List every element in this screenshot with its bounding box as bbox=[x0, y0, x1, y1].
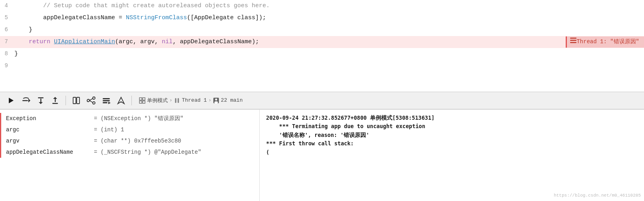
step-into-button[interactable] bbox=[34, 95, 47, 106]
svg-rect-21 bbox=[103, 102, 107, 103]
thread-badge: Thread 1: "错误原因" bbox=[566, 36, 644, 48]
code-line: 9 bbox=[0, 60, 644, 72]
connect-button[interactable] bbox=[84, 95, 98, 106]
toolbar-separator-1 bbox=[66, 96, 66, 105]
svg-rect-6 bbox=[38, 97, 44, 98]
log-line: *** First throw call stack: bbox=[266, 139, 638, 148]
variable-name: Exception bbox=[6, 115, 94, 122]
breadcrumb-person-label: 22 main bbox=[221, 97, 243, 103]
variables-panel: Exception= (NSException *) "错误原因"argc= (… bbox=[0, 110, 260, 201]
log-line: ( bbox=[266, 148, 638, 157]
svg-rect-12 bbox=[73, 97, 76, 104]
svg-rect-20 bbox=[103, 100, 110, 101]
grid-icon bbox=[139, 97, 145, 104]
svg-line-17 bbox=[89, 98, 93, 100]
bottom-panels: Exception= (NSException *) "错误原因"argc= (… bbox=[0, 109, 644, 201]
code-line: 8} bbox=[0, 48, 644, 60]
line-number: 4 bbox=[0, 2, 14, 10]
step-over-button[interactable] bbox=[19, 95, 33, 106]
person-icon bbox=[213, 97, 219, 104]
svg-rect-19 bbox=[103, 98, 110, 99]
code-line: 7 return UIApplicationMain(argc, argv, n… bbox=[0, 36, 644, 48]
svg-rect-28 bbox=[175, 98, 177, 103]
line-number: 8 bbox=[0, 50, 14, 58]
url-watermark: https://blog.csdn.net/m0_46110285 bbox=[554, 192, 641, 199]
breadcrumb-thread-label: Thread 1 bbox=[182, 97, 207, 103]
log-line: 2020-09-24 21:27:32.852677+0800 单例模式[530… bbox=[266, 114, 638, 123]
variable-row: argv= (char **) 0x7ffeeb5e3c80 bbox=[0, 135, 259, 147]
breadcrumb-sep-2: › bbox=[209, 98, 211, 103]
svg-rect-25 bbox=[143, 98, 145, 100]
variable-value: = (char **) 0x7ffeeb5e3c80 bbox=[94, 138, 181, 144]
svg-rect-10 bbox=[55, 98, 56, 102]
code-editor: 4 // Setup code that might create autore… bbox=[0, 0, 644, 92]
view-button[interactable] bbox=[70, 95, 83, 106]
line-number: 7 bbox=[0, 38, 14, 46]
svg-marker-3 bbox=[9, 98, 14, 103]
line-content: } bbox=[14, 49, 644, 58]
variable-value: = (int) 1 bbox=[94, 127, 124, 133]
svg-rect-11 bbox=[52, 103, 58, 104]
line-content: // Setup code that might create autorele… bbox=[14, 1, 644, 10]
svg-rect-29 bbox=[178, 98, 179, 103]
svg-point-14 bbox=[87, 99, 89, 102]
log-line: '错误名称', reason: '错误原因' bbox=[266, 131, 638, 140]
svg-point-15 bbox=[93, 97, 95, 99]
line-number: 9 bbox=[0, 62, 14, 70]
log-line: *** Terminating app due to uncaught exce… bbox=[266, 122, 638, 131]
variable-name: argv bbox=[6, 138, 94, 144]
code-line: 5 appDelegateClassName = NSStringFromCla… bbox=[0, 12, 644, 24]
line-number: 6 bbox=[0, 26, 14, 34]
line-number: 5 bbox=[0, 14, 14, 22]
svg-rect-24 bbox=[139, 98, 142, 100]
svg-marker-23 bbox=[118, 97, 124, 104]
svg-point-16 bbox=[93, 102, 95, 104]
continue-button[interactable] bbox=[5, 95, 18, 106]
code-lines: 4 // Setup code that might create autore… bbox=[0, 0, 644, 92]
toolbar-breadcrumb: 单例模式 › Thread 1 › 22 main bbox=[139, 97, 242, 104]
svg-point-31 bbox=[215, 98, 217, 100]
variable-value: = (NSException *) "错误原因" bbox=[94, 115, 183, 122]
breadcrumb-sep-1: › bbox=[169, 98, 172, 103]
line-content: appDelegateClassName = NSStringFromClass… bbox=[14, 13, 644, 22]
svg-rect-0 bbox=[570, 38, 576, 39]
code-line: 6 } bbox=[0, 24, 644, 36]
toolbar: 单例模式 › Thread 1 › 22 main bbox=[0, 92, 644, 109]
svg-rect-27 bbox=[143, 101, 145, 103]
svg-rect-13 bbox=[77, 97, 80, 104]
svg-marker-8 bbox=[39, 102, 43, 104]
svg-marker-5 bbox=[28, 98, 30, 103]
variable-row: Exception= (NSException *) "错误原因" bbox=[0, 113, 259, 124]
svg-point-32 bbox=[214, 101, 218, 104]
svg-rect-2 bbox=[570, 42, 576, 43]
variable-name: argc bbox=[6, 127, 94, 133]
variable-row: appDelegateClassName= (_NSCFString *) @"… bbox=[0, 147, 259, 158]
variable-value: = (_NSCFString *) @"AppDelegate" bbox=[94, 149, 201, 155]
svg-rect-4 bbox=[22, 100, 28, 101]
queue-button[interactable] bbox=[99, 95, 113, 106]
line-content: } bbox=[14, 25, 644, 34]
svg-line-18 bbox=[89, 100, 93, 103]
code-line: 4 // Setup code that might create autore… bbox=[0, 0, 644, 12]
thread-badge-text: Thread 1: "错误原因" bbox=[576, 38, 639, 46]
hamburger-icon bbox=[570, 38, 576, 46]
svg-marker-22 bbox=[108, 102, 111, 104]
variable-name: appDelegateClassName bbox=[6, 149, 94, 155]
step-out-button[interactable] bbox=[49, 95, 62, 106]
thread-icon bbox=[174, 97, 180, 104]
toolbar-separator-2 bbox=[131, 96, 132, 105]
line-content: return UIApplicationMain(argc, argv, nil… bbox=[14, 37, 644, 46]
svg-rect-26 bbox=[139, 101, 142, 103]
navigate-button[interactable] bbox=[115, 95, 127, 106]
console-panel: 2020-09-24 21:27:32.852677+0800 单例模式[530… bbox=[260, 110, 644, 201]
variable-row: argc= (int) 1 bbox=[0, 124, 259, 135]
svg-rect-7 bbox=[40, 98, 42, 103]
svg-rect-1 bbox=[570, 40, 576, 41]
breadcrumb-grid-label: 单例模式 bbox=[147, 97, 168, 104]
